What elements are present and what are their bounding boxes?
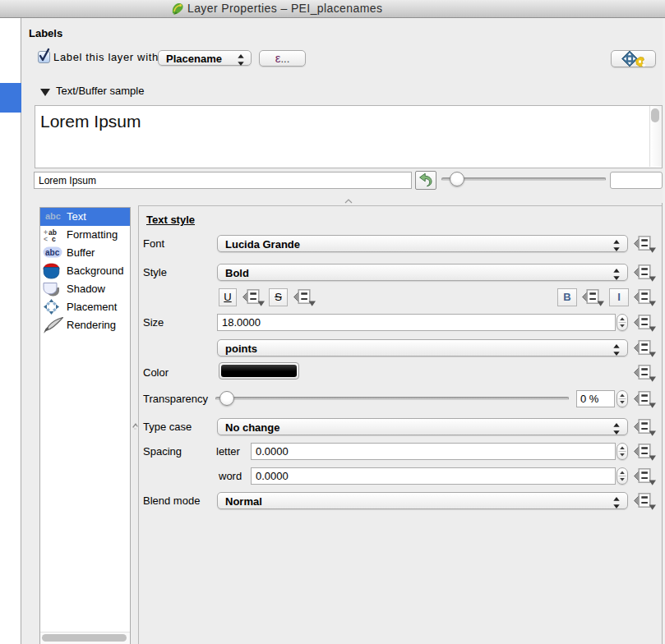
svg-text:c: c [52, 235, 56, 242]
svg-text:abc: abc [45, 248, 60, 257]
svg-text:<: < [44, 235, 48, 242]
